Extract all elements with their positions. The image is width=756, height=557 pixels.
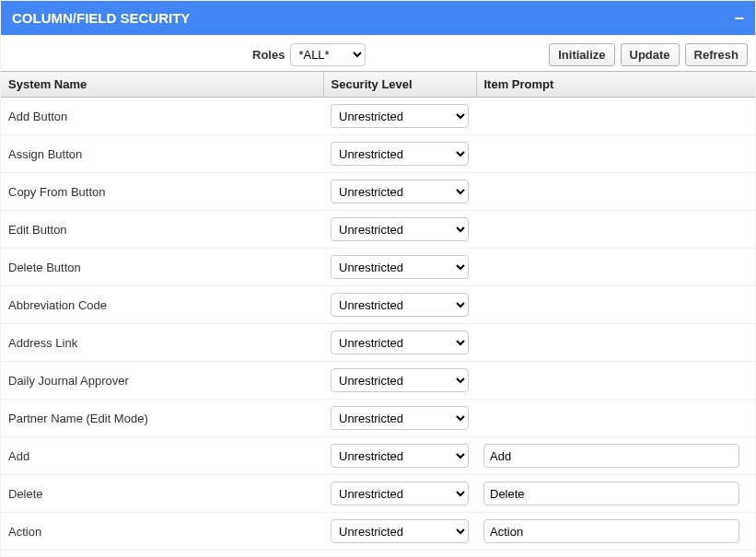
system-name-cell: Action: [1, 513, 323, 551]
panel-title: COLUMN/FIELD SECURITY: [12, 10, 190, 26]
panel-body-scroll[interactable]: Roles *ALL* Initialize Update Refresh Sy…: [1, 35, 755, 556]
table-row: Edit ButtonUnrestricted: [1, 211, 755, 249]
update-button[interactable]: Update: [621, 43, 680, 66]
security-level-select[interactable]: Unrestricted: [331, 142, 469, 166]
col-header-system-name[interactable]: System Name: [1, 72, 323, 98]
table-row: Assign ButtonUnrestricted: [1, 135, 755, 173]
item-prompt-cell: [476, 286, 755, 324]
roles-label: Roles: [252, 48, 285, 62]
toolbar: Roles *ALL* Initialize Update Refresh: [1, 35, 755, 71]
system-name-cell: Daily Journal Approver: [1, 362, 323, 400]
security-level-cell: Unrestricted: [323, 173, 476, 211]
system-name-cell: Delete: [1, 475, 323, 513]
table-row: Address LinkUnrestricted: [1, 324, 755, 362]
table-row: DeleteUnrestricted: [1, 475, 755, 513]
item-prompt-cell: [476, 135, 755, 173]
system-name-cell: Copy From Button: [1, 173, 323, 211]
panel-header: COLUMN/FIELD SECURITY −: [1, 1, 755, 35]
item-prompt-cell: [476, 173, 755, 211]
security-level-select[interactable]: Unrestricted: [331, 406, 469, 430]
item-prompt-cell: [476, 98, 755, 135]
security-level-select[interactable]: Unrestricted: [331, 444, 469, 468]
col-header-item-prompt[interactable]: Item Prompt: [476, 72, 755, 98]
system-name-cell: Edit Button: [1, 211, 323, 249]
item-prompt-cell: [476, 400, 755, 437]
item-prompt-cell: [476, 437, 755, 475]
item-prompt-cell: [476, 362, 755, 400]
refresh-button[interactable]: Refresh: [685, 43, 748, 66]
system-name-cell: Add Button: [1, 98, 323, 135]
item-prompt-cell: [476, 324, 755, 362]
security-level-cell: Unrestricted: [323, 98, 476, 135]
security-level-select[interactable]: Unrestricted: [331, 368, 469, 392]
security-grid: System Name Security Level Item Prompt A…: [1, 71, 755, 551]
security-level-cell: Unrestricted: [323, 249, 476, 286]
item-prompt-cell: [476, 475, 755, 513]
item-prompt-input[interactable]: [483, 444, 739, 468]
panel-body: Roles *ALL* Initialize Update Refresh Sy…: [1, 35, 755, 556]
security-level-select[interactable]: Unrestricted: [331, 293, 469, 317]
security-level-cell: Unrestricted: [323, 211, 476, 249]
initialize-button[interactable]: Initialize: [549, 43, 614, 66]
item-prompt-cell: [476, 513, 755, 551]
security-level-cell: Unrestricted: [323, 135, 476, 173]
item-prompt-cell: [476, 211, 755, 249]
collapse-icon[interactable]: −: [734, 12, 744, 25]
item-prompt-input[interactable]: [483, 482, 739, 505]
item-prompt-cell: [476, 249, 755, 286]
table-row: Partner Name (Edit Mode)Unrestricted: [1, 400, 755, 437]
security-level-cell: Unrestricted: [323, 437, 476, 475]
grid-header-row: System Name Security Level Item Prompt: [1, 72, 755, 98]
security-level-cell: Unrestricted: [323, 324, 476, 362]
system-name-cell: Abbreviation Code: [1, 286, 323, 324]
system-name-cell: Add: [1, 437, 323, 475]
table-row: Abbreviation CodeUnrestricted: [1, 286, 755, 324]
security-level-select[interactable]: Unrestricted: [331, 217, 469, 241]
system-name-cell: Partner Name (Edit Mode): [1, 400, 323, 437]
table-row: Daily Journal ApproverUnrestricted: [1, 362, 755, 400]
security-level-select[interactable]: Unrestricted: [331, 519, 469, 543]
table-row: Delete ButtonUnrestricted: [1, 249, 755, 286]
security-level-cell: Unrestricted: [323, 475, 476, 513]
roles-select[interactable]: *ALL*: [290, 43, 366, 66]
table-row: AddUnrestricted: [1, 437, 755, 475]
security-level-cell: Unrestricted: [323, 362, 476, 400]
panel-column-field-security: COLUMN/FIELD SECURITY − Roles *ALL* Init…: [0, 0, 756, 557]
table-row: ActionUnrestricted: [1, 513, 755, 551]
security-level-cell: Unrestricted: [323, 286, 476, 324]
security-level-cell: Unrestricted: [323, 400, 476, 437]
col-header-security-level[interactable]: Security Level: [323, 72, 476, 98]
security-level-cell: Unrestricted: [323, 513, 476, 551]
security-level-select[interactable]: Unrestricted: [331, 255, 469, 279]
security-level-select[interactable]: Unrestricted: [331, 180, 469, 203]
system-name-cell: Delete Button: [1, 249, 323, 286]
system-name-cell: Address Link: [1, 324, 323, 362]
security-level-select[interactable]: Unrestricted: [331, 104, 469, 128]
security-level-select[interactable]: Unrestricted: [331, 331, 469, 354]
item-prompt-input[interactable]: [483, 519, 739, 543]
system-name-cell: Assign Button: [1, 135, 323, 173]
table-row: Add ButtonUnrestricted: [1, 98, 755, 135]
table-row: Copy From ButtonUnrestricted: [1, 173, 755, 211]
security-level-select[interactable]: Unrestricted: [331, 482, 469, 505]
